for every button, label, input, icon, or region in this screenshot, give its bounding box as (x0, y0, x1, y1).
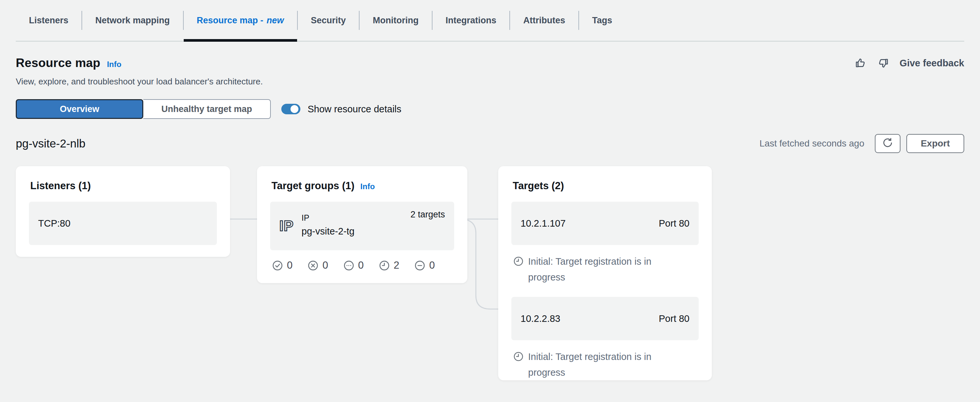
refresh-icon (882, 137, 893, 151)
target-block: 10.2.1.107 Port 80 Initial: Target regis… (511, 202, 699, 285)
target-address: 10.2.2.83 (520, 313, 560, 324)
toggle-label: Show resource details (308, 104, 401, 114)
toggle-knob (291, 105, 298, 113)
listeners-card-title: Listeners (1) (30, 180, 91, 192)
targets-card: Targets (2) 10.2.1.107 Port 80 Initial: … (498, 166, 712, 380)
target-address: 10.2.1.107 (520, 218, 566, 229)
target-node-2[interactable]: 10.2.2.83 Port 80 (511, 297, 699, 340)
show-resource-details-toggle[interactable]: Show resource details (281, 104, 401, 114)
target-groups-card: Target groups (1) Info IP IP pg-vsite-2-… (257, 166, 467, 283)
target-health-summary: 0 0 0 (272, 259, 454, 271)
target-block: 10.2.2.83 Port 80 Initial: Target regist… (511, 297, 699, 380)
target-node-1[interactable]: 10.2.1.107 Port 80 (511, 202, 699, 245)
export-button[interactable]: Export (906, 134, 964, 153)
tab-integrations[interactable]: Integrations (433, 0, 510, 41)
tab-listeners[interactable]: Listeners (16, 0, 81, 41)
healthy-circle-check-icon (272, 260, 283, 271)
tab-monitoring[interactable]: Monitoring (360, 0, 431, 41)
target-group-name: pg-vsite-2-tg (302, 226, 355, 237)
tab-attributes[interactable]: Attributes (510, 0, 578, 41)
resource-map-info-link[interactable]: Info (107, 60, 121, 69)
refresh-button[interactable] (875, 134, 900, 153)
target-port: Port 80 (659, 218, 690, 229)
target-group-target-count: 2 targets (410, 210, 445, 220)
tab-bar: Listeners Network mapping Resource map -… (16, 0, 964, 42)
unused-circle-ellipsis-icon (344, 260, 354, 271)
give-feedback-button[interactable]: Give feedback (899, 58, 964, 68)
unavailable-circle-minus-icon (414, 260, 425, 271)
resource-map-canvas: Listeners (1) TCP:80 Target groups (1) I… (0, 166, 980, 399)
target-status-message: Initial: Target registration is in progr… (513, 349, 675, 380)
target-groups-info-link[interactable]: Info (361, 182, 375, 191)
target-group-type-label: IP (302, 213, 355, 222)
target-port: Port 80 (659, 313, 690, 324)
target-group-node[interactable]: IP IP pg-vsite-2-tg 2 targets (270, 202, 454, 250)
toggle-track[interactable] (281, 104, 301, 114)
thumbs-up-icon[interactable] (854, 57, 866, 69)
unavailable-count-stat: 0 (414, 259, 435, 271)
listener-node-tcp-80[interactable]: TCP:80 (29, 202, 217, 245)
unhealthy-circle-x-icon (308, 260, 318, 271)
initial-clock-icon (513, 349, 523, 380)
unhealthy-target-map-segment-button[interactable]: Unhealthy target map (143, 99, 271, 119)
view-segmented-control: Overview Unhealthy target map (16, 99, 271, 119)
target-status-message: Initial: Target registration is in progr… (513, 254, 675, 285)
tab-new-badge: new (267, 16, 284, 25)
initial-count-stat: 2 (379, 259, 399, 271)
ip-target-type-icon: IP (279, 218, 294, 234)
target-groups-card-title: Target groups (1) (272, 180, 355, 192)
page-description: View, explore, and troubleshoot your loa… (16, 76, 964, 87)
tab-network-mapping[interactable]: Network mapping (82, 0, 183, 41)
last-fetched-text: Last fetched seconds ago (759, 138, 864, 149)
tab-security[interactable]: Security (298, 0, 359, 41)
unhealthy-count-stat: 0 (308, 259, 328, 271)
unused-count-stat: 0 (344, 259, 364, 271)
tab-tags[interactable]: Tags (579, 0, 625, 41)
healthy-count-stat: 0 (272, 259, 293, 271)
overview-segment-button[interactable]: Overview (16, 99, 143, 119)
initial-clock-icon (513, 254, 523, 285)
listeners-card: Listeners (1) TCP:80 (16, 166, 230, 257)
page-title: Resource map (16, 56, 100, 70)
targets-card-title: Targets (2) (513, 180, 564, 192)
tab-resource-map[interactable]: Resource map - new (184, 0, 297, 41)
initial-clock-icon (379, 260, 390, 271)
load-balancer-name: pg-vsite-2-nlb (16, 137, 86, 150)
thumbs-down-icon[interactable] (878, 57, 889, 69)
active-tab-underline (184, 39, 297, 42)
